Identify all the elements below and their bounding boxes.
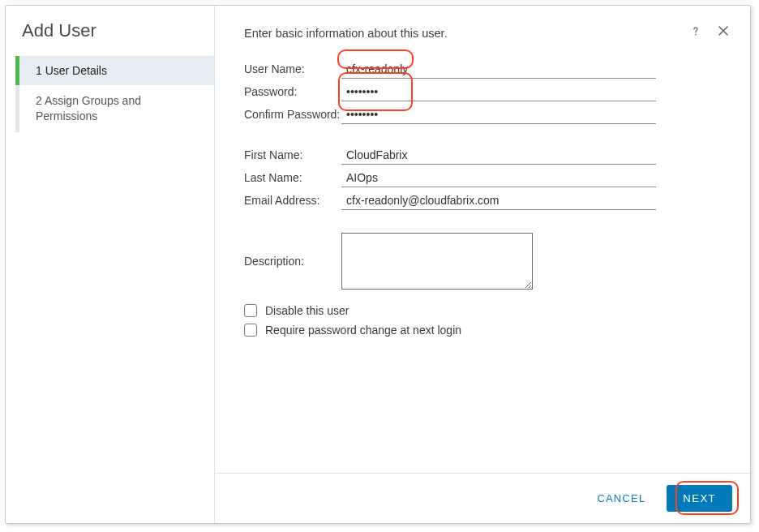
disable-user-checkbox[interactable] <box>244 304 257 317</box>
dialog-footer: CANCEL NEXT <box>215 473 750 523</box>
description-field[interactable] <box>341 233 533 290</box>
label-password: Password: <box>244 85 341 98</box>
help-icon[interactable] <box>688 24 703 38</box>
intro-text: Enter basic information about this user. <box>244 27 721 40</box>
username-field[interactable] <box>341 60 656 79</box>
firstname-field[interactable] <box>341 146 656 165</box>
step-label: 1 User Details <box>36 64 107 77</box>
label-email: Email Address: <box>244 194 341 207</box>
row-require-change: Require password change at next login <box>244 324 721 337</box>
label-description: Description: <box>244 255 341 268</box>
svg-point-0 <box>695 34 697 36</box>
cancel-button[interactable]: CANCEL <box>589 486 654 511</box>
disable-user-label: Disable this user <box>265 304 349 317</box>
require-change-label: Require password change at next login <box>265 324 461 337</box>
wizard-steps: 1 User Details 2 Assign Groups and Permi… <box>6 56 214 132</box>
dialog-title: Add User <box>6 17 214 56</box>
step-user-details[interactable]: 1 User Details <box>15 56 214 85</box>
confirm-password-field[interactable] <box>341 105 656 124</box>
email-field[interactable] <box>341 191 656 210</box>
label-firstname: First Name: <box>244 148 341 161</box>
row-password: Password: <box>244 80 721 103</box>
row-description: Description: <box>244 233 721 290</box>
lastname-field[interactable] <box>341 169 656 187</box>
row-disable-user: Disable this user <box>244 304 721 317</box>
step-assign-groups[interactable]: 2 Assign Groups and Permissions <box>15 85 214 132</box>
add-user-dialog: Add User 1 User Details 2 Assign Groups … <box>5 5 751 524</box>
label-username: User Name: <box>244 62 341 75</box>
step-label: 2 Assign Groups and Permissions <box>36 94 141 122</box>
row-lastname: Last Name: <box>244 166 721 189</box>
label-confirm-password: Confirm Password: <box>244 108 341 121</box>
row-firstname: First Name: <box>244 144 721 166</box>
close-icon[interactable] <box>716 24 731 38</box>
next-button[interactable]: NEXT <box>667 485 732 512</box>
wizard-main: Enter basic information about this user.… <box>215 6 750 523</box>
password-field[interactable] <box>341 83 656 101</box>
label-lastname: Last Name: <box>244 171 341 184</box>
row-confirm-password: Confirm Password: <box>244 103 721 126</box>
row-email: Email Address: <box>244 189 721 212</box>
require-change-checkbox[interactable] <box>244 324 257 337</box>
dialog-top-icons <box>688 24 731 38</box>
row-username: User Name: <box>244 58 721 80</box>
wizard-sidebar: Add User 1 User Details 2 Assign Groups … <box>6 6 215 523</box>
